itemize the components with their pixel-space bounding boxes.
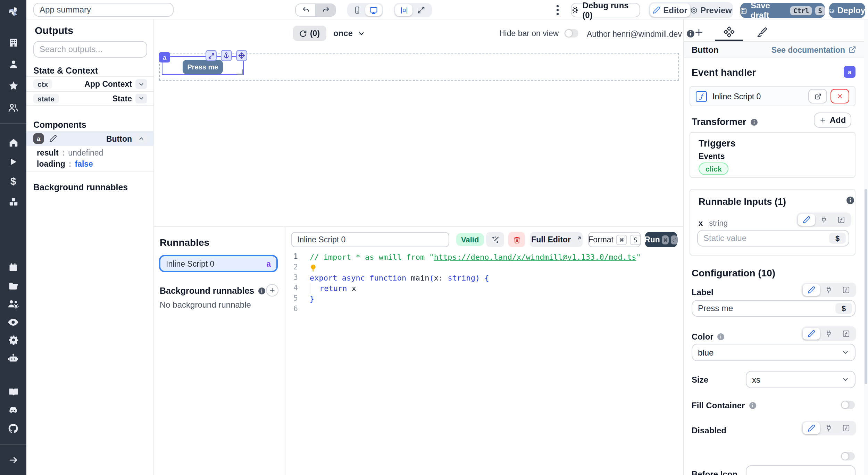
tab-editor[interactable]: Editor [650, 3, 690, 17]
see-documentation-link[interactable]: See documentation [771, 45, 856, 54]
static-value-input[interactable]: Static value $ [697, 230, 849, 247]
press-me-button[interactable]: Press me [183, 60, 223, 74]
static-mode-pencil-button[interactable] [803, 284, 820, 296]
static-mode-pencil-button[interactable] [803, 422, 820, 434]
recompute-mode-select[interactable]: once [333, 26, 365, 41]
workers-users-cog-icon[interactable] [0, 299, 26, 310]
fill-container-title: Fill Container [692, 401, 745, 410]
move-component-handle[interactable] [236, 50, 247, 61]
script-name-input[interactable]: Inline Script 0 [291, 232, 449, 247]
code-function-name: main [411, 274, 429, 283]
state-expand-chevron[interactable] [135, 93, 147, 103]
connect-mode-plug-button[interactable] [820, 284, 837, 296]
anchor-component-handle[interactable] [221, 50, 232, 61]
dollar-template-button[interactable]: $ [829, 233, 846, 244]
fill-container-toggle[interactable] [841, 401, 855, 409]
remove-script-button[interactable] [831, 89, 849, 103]
groups-icon[interactable] [0, 102, 26, 113]
color-select[interactable]: blue [692, 344, 856, 361]
output-row-state[interactable]: state State [26, 91, 154, 106]
settings-gear-icon[interactable] [0, 335, 26, 345]
dollar-template-button[interactable]: $ [835, 303, 852, 314]
static-mode-pencil-button[interactable] [798, 214, 815, 226]
resize-corner-handle[interactable] [237, 69, 243, 75]
schedules-calendar-icon[interactable] [0, 262, 26, 272]
center-content-button[interactable] [395, 4, 412, 16]
favorites-star-icon[interactable] [0, 81, 26, 91]
more-options-kebab-icon[interactable] [555, 5, 560, 15]
theme-brush-tab[interactable] [755, 25, 769, 39]
ai-robot-icon[interactable] [0, 353, 26, 364]
info-icon[interactable] [748, 401, 757, 410]
component-settings-tab[interactable] [722, 25, 736, 39]
eval-mode-function-button[interactable] [837, 328, 855, 340]
settings-scrollbar-thumb[interactable] [865, 189, 867, 384]
redo-button[interactable] [316, 4, 335, 16]
variables-dollar-icon[interactable]: $ [0, 175, 26, 187]
eval-mode-function-button[interactable] [837, 422, 855, 434]
debug-runs-button[interactable]: Debug runs (0) [571, 3, 640, 17]
runs-play-icon[interactable] [0, 157, 26, 167]
home-icon[interactable] [0, 138, 26, 148]
fullscreen-button[interactable] [412, 4, 430, 16]
info-icon[interactable] [258, 287, 266, 295]
hide-bar-toggle[interactable] [564, 29, 578, 38]
workspace-icon[interactable] [0, 38, 26, 48]
static-mode-pencil-button[interactable] [803, 328, 820, 340]
full-editor-button[interactable]: Full Editor [530, 232, 583, 247]
add-transformer-button[interactable]: Add [814, 112, 851, 128]
code-url-link[interactable]: https://deno.land/x/windmill@v1.133.0/mo… [434, 253, 636, 262]
rename-pencil-icon[interactable] [49, 135, 57, 142]
open-script-button[interactable] [808, 89, 827, 103]
discord-icon[interactable] [0, 405, 26, 416]
code-editor[interactable]: 1 // import * as wmill from "https://den… [287, 252, 679, 312]
delete-script-trash-button[interactable] [508, 232, 525, 247]
component-collapse-chevron[interactable] [135, 134, 147, 143]
label-value-input[interactable]: Press me $ [692, 300, 856, 317]
github-icon[interactable] [0, 423, 26, 434]
recompute-count-button[interactable]: (0) [293, 26, 326, 41]
sidebar-divider [0, 444, 26, 445]
deploy-button[interactable]: Deploy [829, 3, 865, 18]
code-type: string [448, 274, 475, 283]
connect-mode-plug-button[interactable] [820, 422, 837, 434]
search-outputs-input[interactable]: Search outputs... [33, 41, 147, 58]
desktop-view-button[interactable] [365, 4, 382, 16]
resources-cubes-icon[interactable] [0, 197, 26, 207]
run-button[interactable]: Run ⌘ ⏎ [645, 232, 677, 247]
tab-preview[interactable]: Preview [690, 3, 732, 17]
audit-eye-icon[interactable] [0, 317, 26, 328]
add-background-runnable-button[interactable] [266, 284, 278, 297]
save-draft-button[interactable]: Save draft Ctrl S [740, 3, 825, 18]
before-icon-select[interactable] [746, 465, 856, 475]
mobile-view-button[interactable] [349, 4, 365, 16]
format-button[interactable]: Format ⌘ S [588, 232, 641, 247]
output-row-ctx[interactable]: ctx App Context [26, 76, 154, 91]
user-icon[interactable] [0, 59, 26, 69]
runnable-item-inline-script-0[interactable]: Inline Script 0 a [159, 255, 278, 272]
ai-wand-button[interactable] [486, 232, 504, 247]
folders-icon[interactable] [0, 281, 26, 291]
connect-mode-plug-button[interactable] [820, 328, 837, 340]
ctx-expand-chevron[interactable] [135, 79, 147, 89]
event-script-row[interactable]: ƒ Inline Script 0 [690, 86, 856, 106]
info-icon[interactable] [717, 333, 725, 341]
lightbulb-hint-icon[interactable] [310, 264, 317, 272]
expand-component-handle[interactable] [206, 50, 217, 61]
hide-bar-control: Hide bar on view [499, 29, 578, 38]
app-summary-input[interactable]: App summary [33, 3, 174, 17]
undo-button[interactable] [296, 4, 316, 16]
insert-component-tab[interactable] [692, 25, 706, 39]
info-icon[interactable] [846, 196, 855, 205]
size-select[interactable]: xs [746, 371, 856, 388]
component-row-a[interactable]: a Button [26, 131, 154, 146]
docs-book-icon[interactable] [0, 387, 26, 397]
windmill-logo[interactable] [0, 6, 26, 17]
eval-mode-function-button[interactable] [833, 214, 850, 226]
eval-mode-function-button[interactable] [837, 284, 855, 296]
collapse-sidebar-arrow-icon[interactable] [0, 455, 26, 465]
connect-mode-plug-button[interactable] [815, 214, 833, 226]
debug-runs-label: Debug runs (0) [582, 0, 640, 20]
info-icon[interactable] [750, 118, 758, 126]
disabled-toggle[interactable] [841, 452, 855, 460]
